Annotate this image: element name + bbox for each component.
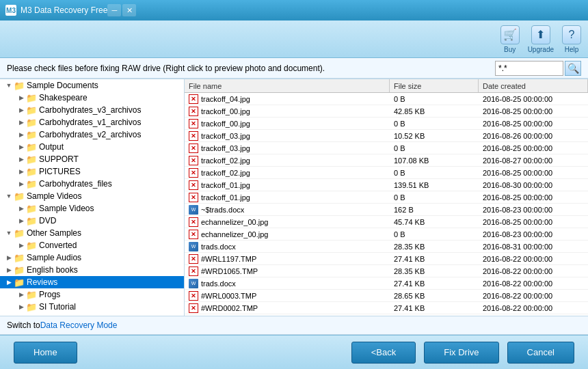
tree-item-sample-videos-sub[interactable]: ▶📁Sample Videos <box>0 202 184 215</box>
toolbar: 🛒 Buy ⬆ Upgrade ? Help <box>0 20 588 58</box>
buy-icon: 🛒 <box>500 25 520 44</box>
tree-item-sample-audios[interactable]: ▶📁Sample Audios <box>0 251 184 264</box>
tree-label-sample-audios: Sample Audios <box>27 253 81 262</box>
tree-expand-carbohydrates-v2: ▶ <box>16 131 26 138</box>
upgrade-icon: ⬆ <box>531 25 550 44</box>
tree-item-support[interactable]: ▶📁SUPPORT <box>0 153 184 165</box>
file-name-text: trackoff_03.jpg <box>201 144 250 152</box>
tree-expand-reviews: ▶ <box>4 279 14 286</box>
file-row[interactable]: ✕trackoff_02.jpg0 B2016-08-25 00:00:00 <box>185 167 588 179</box>
file-row[interactable]: ✕trackoff_00.jpg42.85 KB2016-08-25 00:00… <box>185 105 588 118</box>
tree-panel[interactable]: ▼📁Sample Documents▶📁Shakespeare▶📁Carbohy… <box>0 79 185 316</box>
file-row[interactable]: ✕trackoff_03.jpg0 B2016-08-25 00:00:00 <box>185 142 588 154</box>
tree-label-converted: Converted <box>39 241 77 250</box>
upgrade-button[interactable]: ⬆ Upgrade <box>528 25 554 53</box>
fix-drive-button[interactable]: Fix Drive <box>424 342 498 364</box>
file-name-text: echannelizer_00.jpg <box>201 218 268 226</box>
file-row[interactable]: ✕#WRD1065.TMP28.35 KB2016-08-22 00:00:00 <box>185 265 588 277</box>
tree-label-carbohydrates-v2: Carbohydrates_v2_archivos <box>39 130 141 139</box>
file-name-text: #WRD1065.TMP <box>201 267 258 275</box>
file-size-cell: 0 B <box>390 169 479 177</box>
file-date-cell: 2016-08-25 00:00:00 <box>479 144 588 152</box>
file-row[interactable]: Wtrads.docx27.41 KB2016-08-22 00:00:00 <box>185 277 588 290</box>
file-size-cell: 139.51 KB <box>390 181 479 189</box>
file-row[interactable]: ✕#WRL1197.TMP27.41 KB2016-08-22 00:00:00 <box>185 253 588 265</box>
tree-item-carbohydrates-v3[interactable]: ▶📁Carbohydrates_v3_archivos <box>0 104 184 116</box>
file-type-icon: ✕ <box>189 94 198 104</box>
tree-item-si-tutorial[interactable]: ▶📁SI Tutorial <box>0 301 184 313</box>
tree-item-other-samples[interactable]: ▼📁Other Samples <box>0 227 184 239</box>
file-size-cell: 42.85 KB <box>390 107 479 115</box>
tree-item-progs[interactable]: ▶📁Progs <box>0 288 184 301</box>
tree-item-output[interactable]: ▶📁Output <box>0 141 184 153</box>
file-name-cell: Wtrads.docx <box>185 242 390 251</box>
file-row[interactable]: ✕trackoff_03.jpg10.52 KB2016-08-26 00:00… <box>185 130 588 142</box>
file-date-cell: 2016-08-25 00:00:00 <box>479 218 588 226</box>
folder-icon-carbohydrates-v2: 📁 <box>26 130 37 140</box>
tree-item-sample-docs[interactable]: ▼📁Sample Documents <box>0 79 184 92</box>
tree-expand-sample-audios: ▶ <box>4 254 14 261</box>
file-row[interactable]: ✕echannelizer_00.jpg0 B2016-08-23 00:00:… <box>185 228 588 241</box>
folder-icon-others: 📁 <box>14 314 25 316</box>
file-name-text: ~$trads.docx <box>201 206 244 214</box>
file-row[interactable]: Wtrads.docx28.35 KB2016-08-31 00:00:00 <box>185 241 588 253</box>
folder-icon-english-books: 📁 <box>14 265 25 275</box>
file-date-cell: 2016-08-22 00:00:00 <box>479 279 588 288</box>
help-button[interactable]: ? Help <box>562 25 581 53</box>
back-button[interactable]: <Back <box>351 342 416 364</box>
file-name-text: trackoff_04.jpg <box>201 95 250 103</box>
tree-label-english-books: English books <box>27 265 78 275</box>
file-row[interactable]: ✕trackoff_00.jpg0 B2016-08-25 00:00:00 <box>185 118 588 130</box>
tree-item-carbohydrates-files[interactable]: ▶📁Carbohydrates_files <box>0 178 184 190</box>
tree-expand-sample-videos: ▼ <box>4 193 14 200</box>
tree-item-dvd[interactable]: ▶📁DVD <box>0 215 184 227</box>
file-date-cell: 2016-08-22 00:00:00 <box>479 267 588 275</box>
cancel-button[interactable]: Cancel <box>507 342 574 364</box>
tree-label-sample-videos: Sample Videos <box>27 191 82 201</box>
file-date-cell: 2016-08-27 00:00:00 <box>479 156 588 165</box>
file-row[interactable]: ✕echannelizer_00.jpg45.74 KB2016-08-25 0… <box>185 216 588 228</box>
col-header-size: File size <box>390 79 479 92</box>
tree-item-others[interactable]: ▶📁Others <box>0 313 184 316</box>
tree-label-reviews: Reviews <box>27 277 57 287</box>
file-row[interactable]: ✕trackoff_04.jpg0 B2016-08-25 00:00:00 <box>185 93 588 105</box>
tree-item-pictures[interactable]: ▶📁PICTURES <box>0 165 184 178</box>
tree-item-sample-videos[interactable]: ▼📁Sample Videos <box>0 190 184 202</box>
tree-item-carbohydrates-v2[interactable]: ▶📁Carbohydrates_v2_archivos <box>0 128 184 141</box>
file-name-cell: ✕#WRD1065.TMP <box>185 266 390 276</box>
file-name-text: echannelizer_00.jpg <box>201 230 268 238</box>
folder-icon-pictures: 📁 <box>26 167 37 177</box>
file-row[interactable]: ✕#WRD0002.TMP27.41 KB2016-08-22 00:00:00 <box>185 302 588 314</box>
home-button[interactable]: Home <box>14 342 77 364</box>
file-type-icon: ✕ <box>189 193 198 202</box>
tree-item-english-books[interactable]: ▶📁English books <box>0 264 184 276</box>
file-type-icon: ✕ <box>189 217 198 227</box>
file-name-cell: ✕trackoff_00.jpg <box>185 119 390 128</box>
tree-expand-english-books: ▶ <box>4 266 14 273</box>
file-name-cell: ✕trackoff_01.jpg <box>185 193 390 202</box>
file-row[interactable]: ✕trackoff_01.jpg0 B2016-08-25 00:00:00 <box>185 191 588 204</box>
file-panel[interactable]: File name File size Date created ✕tracko… <box>185 79 588 316</box>
data-recovery-mode-link[interactable]: Data Recovery Mode <box>40 320 118 330</box>
file-size-cell: 107.08 KB <box>390 156 479 165</box>
tree-item-carbohydrates-v1[interactable]: ▶📁Carbohydrates_v1_archivos <box>0 116 184 128</box>
search-button[interactable]: 🔍 <box>565 61 581 76</box>
file-size-cell: 10.52 KB <box>390 132 479 140</box>
file-name-text: trackoff_00.jpg <box>201 120 250 128</box>
file-row[interactable]: ✕trackoff_01.jpg139.51 KB2016-08-30 00:0… <box>185 179 588 191</box>
minimize-button[interactable]: ─ <box>107 4 121 16</box>
file-name-cell: ✕trackoff_02.jpg <box>185 156 390 165</box>
search-input[interactable] <box>495 61 563 76</box>
file-row[interactable]: W~$trads.docx162 B2016-08-23 00:00:00 <box>185 204 588 216</box>
tree-expand-converted: ▶ <box>16 242 26 249</box>
tree-label-dvd: DVD <box>39 216 56 226</box>
tree-expand-other-samples: ▼ <box>4 230 14 236</box>
tree-item-reviews[interactable]: ▶📁Reviews <box>0 276 184 288</box>
tree-item-shakespeare[interactable]: ▶📁Shakespeare <box>0 92 184 104</box>
file-date-cell: 2016-08-23 00:00:00 <box>479 206 588 214</box>
close-button[interactable]: ✕ <box>122 4 136 16</box>
file-row[interactable]: ✕trackoff_02.jpg107.08 KB2016-08-27 00:0… <box>185 154 588 167</box>
buy-button[interactable]: 🛒 Buy <box>500 25 520 53</box>
file-row[interactable]: ✕#WRL0003.TMP28.65 KB2016-08-22 00:00:00 <box>185 290 588 302</box>
tree-item-converted[interactable]: ▶📁Converted <box>0 239 184 251</box>
